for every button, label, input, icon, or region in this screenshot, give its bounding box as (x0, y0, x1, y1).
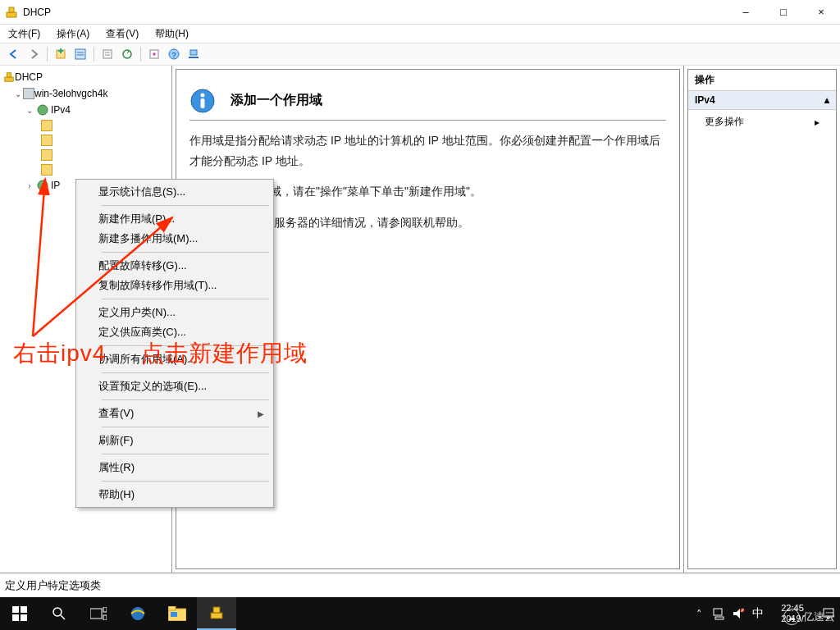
body: DHCP ⌄ win-3elohvgch4k ⌄ IPv4 › IP (0, 66, 840, 573)
svg-rect-4 (58, 50, 63, 52)
forward-button[interactable] (25, 45, 43, 63)
tree-root-label: DHCP (15, 71, 43, 83)
titlebar: DHCP – □ × (0, 0, 840, 25)
task-dhcp[interactable] (197, 597, 236, 630)
toggle-icon[interactable]: ⌄ (25, 106, 34, 115)
menu-view[interactable]: 查看(V) (103, 25, 142, 43)
svg-rect-1 (9, 7, 14, 12)
menubar: 文件(F) 操作(A) 查看(V) 帮助(H) (0, 25, 840, 43)
ie-icon (129, 605, 147, 623)
taskview-icon (90, 607, 107, 620)
cm-refresh[interactable]: 刷新(F) (79, 431, 271, 450)
tree-leaf[interactable] (41, 162, 170, 177)
network-button[interactable] (185, 45, 203, 63)
dhcp-icon (208, 605, 225, 621)
tree-leaf[interactable] (41, 148, 170, 162)
svg-rect-41 (714, 609, 722, 615)
watermark: ☁ 亿速云 (783, 609, 835, 625)
cm-new-scope[interactable]: 新建作用域(P)... (79, 209, 271, 229)
close-button[interactable]: × (802, 0, 840, 25)
svg-rect-18 (7, 73, 11, 77)
window-title: DHCP (23, 7, 51, 18)
svg-rect-39 (211, 613, 222, 619)
explorer-icon (168, 606, 186, 621)
cm-define-user-class[interactable]: 定义用户类(N)... (79, 303, 271, 322)
tree-server[interactable]: ⌄ win-3elohvgch4k (2, 85, 170, 102)
minimize-button[interactable]: – (727, 0, 765, 25)
cloud-icon: ☁ (783, 609, 800, 625)
actions-pane: 操作 IPv4 ▴ 更多操作 ▸ (684, 66, 840, 573)
actions-more[interactable]: 更多操作 ▸ (688, 110, 836, 134)
help-button[interactable]: ? (165, 45, 183, 63)
collapse-icon[interactable]: ▴ (824, 94, 829, 106)
svg-point-30 (53, 608, 62, 616)
properties-button[interactable] (98, 45, 116, 63)
svg-rect-27 (21, 606, 27, 613)
search-button[interactable] (39, 597, 79, 630)
tree-ipv4[interactable]: ⌄ IPv4 (2, 102, 170, 118)
tree-leaf[interactable] (41, 133, 170, 148)
menu-file[interactable]: 文件(F) (5, 25, 43, 43)
cm-configure-failover[interactable]: 配置故障转移(G)... (79, 256, 271, 276)
toggle-icon[interactable]: ⌄ (13, 89, 23, 98)
tray-volume[interactable] (728, 597, 748, 630)
toggle-icon[interactable]: › (25, 181, 34, 190)
refresh-button[interactable] (118, 45, 136, 63)
cm-help[interactable]: 帮助(H) (79, 485, 271, 504)
annotation-text-1: 右击ipv4 (13, 338, 106, 369)
menu-action[interactable]: 操作(A) (53, 25, 93, 43)
cm-show-stats[interactable]: 显示统计信息(S)... (79, 182, 271, 202)
svg-rect-38 (171, 612, 177, 617)
content-p1: 作用域是指分配给请求动态 IP 地址的计算机的 IP 地址范围。你必须创建并配置… (189, 130, 666, 171)
folder-icon (41, 164, 52, 176)
search-icon (52, 606, 66, 621)
cm-properties[interactable]: 属性(R) (79, 458, 271, 477)
folder-icon (41, 149, 52, 161)
svg-rect-37 (168, 606, 176, 610)
svg-point-20 (38, 180, 48, 190)
tree-server-label: win-3elohvgch4k (34, 88, 107, 99)
tray-network[interactable] (709, 597, 728, 630)
cm-new-multicast-scope[interactable]: 新建多播作用域(M)... (79, 229, 271, 249)
maximize-button[interactable]: □ (765, 0, 802, 25)
taskview-button[interactable] (79, 597, 118, 630)
folder-icon (41, 135, 52, 146)
tree-leaf[interactable] (41, 118, 170, 133)
menu-help[interactable]: 帮助(H) (152, 25, 192, 43)
tree-ipv4-children (2, 118, 170, 177)
info-icon (189, 88, 216, 114)
svg-rect-28 (12, 614, 19, 621)
cm-replicate-failover[interactable]: 复制故障转移作用域(T)... (79, 276, 271, 295)
tray-up[interactable]: ˄ (689, 597, 709, 630)
task-ie[interactable] (118, 597, 158, 630)
svg-rect-33 (103, 607, 107, 612)
svg-text:?: ? (171, 51, 176, 59)
svg-rect-34 (103, 615, 107, 620)
dhcp-icon (5, 6, 18, 19)
folder-icon (41, 120, 52, 131)
tray-ime[interactable]: 中 (748, 597, 768, 630)
svg-rect-40 (213, 607, 220, 613)
cm-predefined-options[interactable]: 设置预定义的选项(E)... (79, 377, 271, 396)
list-button[interactable] (71, 45, 89, 63)
content-title: 添加一个作用域 (231, 92, 322, 109)
svg-rect-0 (7, 12, 16, 17)
start-button[interactable] (0, 597, 39, 630)
actions-more-label: 更多操作 (705, 115, 744, 129)
tree-root[interactable]: DHCP (2, 69, 170, 85)
back-button[interactable] (5, 45, 23, 63)
tree-ipv4-label: IPv4 (51, 104, 71, 116)
actions-pane-header[interactable]: IPv4 ▴ (688, 91, 836, 110)
server-icon (23, 88, 34, 99)
cm-view[interactable]: 查看(V) (79, 404, 271, 423)
svg-point-22 (201, 93, 205, 97)
taskbar: ˄ 中 22:45 2019/ ☁ 亿速云 (0, 597, 840, 630)
add-button[interactable] (52, 45, 70, 63)
svg-rect-42 (715, 617, 724, 619)
ipv6-icon (37, 180, 48, 191)
chevron-right-icon: ▸ (815, 116, 819, 128)
statusbar: 定义用户特定选项类 (0, 573, 840, 597)
export-button[interactable] (145, 45, 163, 63)
task-explorer[interactable] (158, 597, 197, 630)
svg-rect-17 (5, 77, 14, 81)
